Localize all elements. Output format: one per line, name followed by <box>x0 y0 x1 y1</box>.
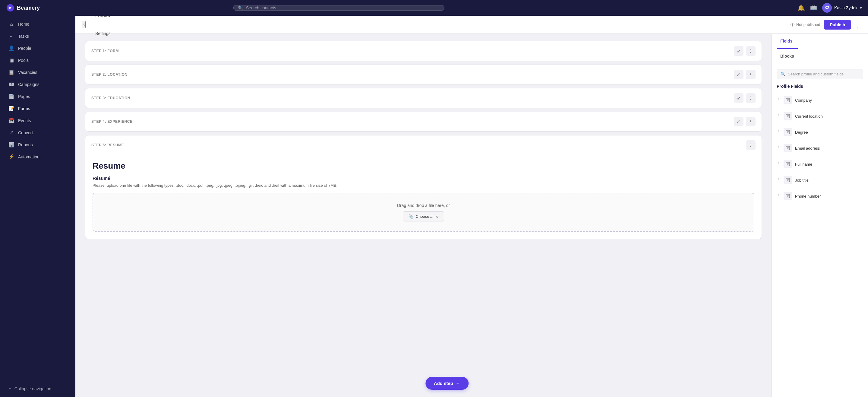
step-header-step4: STEP 4: EXPERIENCE ⤢ ⋮ <box>85 112 762 131</box>
field-item-full_name[interactable]: ⠿ Full name <box>777 156 863 172</box>
step-card-step4: STEP 4: EXPERIENCE ⤢ ⋮ <box>85 112 762 132</box>
sidebar-item-tasks[interactable]: ✓ Tasks <box>2 30 73 42</box>
resume-field-description: Please, upload one file with the followi… <box>93 182 754 189</box>
field-item-phone_number[interactable]: ⠿ Phone number <box>777 188 863 204</box>
field-item-current_location[interactable]: ⠿ Current location <box>777 108 863 124</box>
step-more-step3[interactable]: ⋮ <box>746 93 755 103</box>
sidebar-item-home[interactable]: ⌂ Home <box>2 19 73 30</box>
add-step-container: Add step ＋ <box>425 377 468 390</box>
step-more-step1[interactable]: ⋮ <box>746 46 755 56</box>
publish-button[interactable]: Publish <box>824 20 851 30</box>
right-panel-tabs: FieldsBlocks <box>772 34 868 64</box>
beamery-logo-icon <box>6 4 14 12</box>
field-type-icon-email_address <box>783 144 792 152</box>
sidebar-item-vacancies[interactable]: 📋 Vacancies <box>2 66 73 78</box>
sidebar-icon-people: 👤 <box>8 45 14 51</box>
choose-file-label: Choose a file <box>416 214 439 219</box>
choose-file-button[interactable]: 📎 Choose a file <box>403 211 444 221</box>
not-published-label: Not published <box>796 22 820 27</box>
collapse-navigation[interactable]: « Collapse navigation <box>2 384 73 394</box>
step-expand-step4[interactable]: ⤢ <box>734 117 743 126</box>
step-more-step5[interactable]: ⋮ <box>746 140 755 150</box>
drag-handle-company: ⠿ <box>778 98 781 103</box>
field-name-current_location: Current location <box>795 114 823 118</box>
tab-preview[interactable]: Preview <box>90 16 129 25</box>
field-item-email_address[interactable]: ⠿ Email address <box>777 140 863 156</box>
sidebar-icon-pools: ▣ <box>8 57 14 63</box>
sidebar-icon-reports: 📊 <box>8 142 14 147</box>
two-column-layout: STEP 1: FORM ⤢ ⋮ STEP 2: LOCATION ⤢ ⋮ ST… <box>75 34 868 397</box>
step-actions-step2: ⤢ ⋮ <box>734 70 755 79</box>
field-name-phone_number: Phone number <box>795 194 821 198</box>
chevron-down-icon: ▾ <box>860 5 862 10</box>
content-area: ‹ FormThank youPreviewSettingsCustomizat… <box>75 16 868 397</box>
step-expand-step1[interactable]: ⤢ <box>734 46 743 56</box>
more-options-button[interactable]: ⋮ <box>855 21 861 28</box>
file-drop-zone[interactable]: Drag and drop a file here, or 📎 Choose a… <box>93 193 754 232</box>
field-type-icon-current_location <box>783 112 792 120</box>
global-search[interactable]: 🔍 Search contacts <box>234 5 444 10</box>
sidebar-label-home: Home <box>18 22 29 27</box>
sidebar-item-forms[interactable]: 📝 Forms <box>2 103 73 114</box>
sidebar-label-pools: Pools <box>18 58 29 63</box>
user-name: Kasia Zydek <box>834 5 858 10</box>
step-header-step3: STEP 3: EDUCATION ⤢ ⋮ <box>85 88 762 108</box>
field-item-degree[interactable]: ⠿ Degree <box>777 124 863 140</box>
sidebar-items: ⌂ Home ✓ Tasks 👤 People ▣ Pools 📋 Vacanc… <box>0 18 75 163</box>
sidebar-label-events: Events <box>18 118 31 123</box>
step-header-step5: STEP 5: RESUME ⋮ <box>85 136 762 155</box>
step-label-step3: STEP 3: EDUCATION <box>91 96 130 100</box>
step-expand-step3[interactable]: ⤢ <box>734 93 743 103</box>
step-more-step2[interactable]: ⋮ <box>746 70 755 79</box>
step-expand-step2[interactable]: ⤢ <box>734 70 743 79</box>
add-step-button[interactable]: Add step ＋ <box>425 377 468 390</box>
sidebar-item-people[interactable]: 👤 People <box>2 42 73 54</box>
field-item-job_title[interactable]: ⠿ Job title <box>777 172 863 188</box>
sidebar-item-pools[interactable]: ▣ Pools <box>2 54 73 66</box>
step-header-step1: STEP 1: FORM ⤢ ⋮ <box>85 41 762 61</box>
info-icon: ⓘ <box>790 22 795 27</box>
back-button[interactable]: ‹ <box>83 21 86 28</box>
sidebar-label-tasks: Tasks <box>18 34 29 38</box>
resume-content: Resume Résumé Please, upload one file wi… <box>85 155 762 239</box>
sidebar-bottom: « Collapse navigation <box>0 383 75 395</box>
step-label-step5: STEP 5: RESUME <box>91 143 124 147</box>
sidebar-item-events[interactable]: 📅 Events <box>2 115 73 126</box>
sidebar-label-people: People <box>18 46 31 51</box>
field-item-company[interactable]: ⠿ Company <box>777 92 863 108</box>
sidebar-icon-events: 📅 <box>8 118 14 123</box>
step-more-step4[interactable]: ⋮ <box>746 117 755 126</box>
notifications-icon[interactable]: 🔔 <box>798 4 805 11</box>
sidebar-item-campaigns[interactable]: 📧 Campaigns <box>2 79 73 90</box>
resume-title: Resume <box>93 161 754 171</box>
step-card-step1: STEP 1: FORM ⤢ ⋮ <box>85 41 762 61</box>
step-label-step2: STEP 2: LOCATION <box>91 73 127 77</box>
sidebar-icon-vacancies: 📋 <box>8 69 14 75</box>
sidebar-label-convert: Convert <box>18 130 33 135</box>
sidebar-label-vacancies: Vacancies <box>18 70 37 75</box>
profile-fields-title: Profile Fields <box>777 84 863 89</box>
right-panel: FieldsBlocks 🔍 Search profile and custom… <box>772 34 868 397</box>
rp-tab-blocks[interactable]: Blocks <box>777 49 798 64</box>
drop-zone-text: Drag and drop a file here, or <box>397 203 450 208</box>
field-search[interactable]: 🔍 Search profile and custom fields <box>777 69 863 79</box>
sidebar-label-forms: Forms <box>18 106 30 111</box>
user-menu[interactable]: KZ Kasia Zydek ▾ <box>822 3 862 13</box>
sidebar-item-convert[interactable]: ↗ Convert <box>2 127 73 139</box>
field-name-full_name: Full name <box>795 162 812 167</box>
drag-handle-current_location: ⠿ <box>778 114 781 118</box>
rp-tab-fields[interactable]: Fields <box>777 34 798 49</box>
sidebar-item-automation[interactable]: ⚡ Automation <box>2 151 73 163</box>
field-type-icon-degree <box>783 128 792 136</box>
steps-container: STEP 1: FORM ⤢ ⋮ STEP 2: LOCATION ⤢ ⋮ ST… <box>85 41 762 239</box>
bookmark-icon[interactable]: 📖 <box>810 4 817 11</box>
logo[interactable]: Beamery <box>6 4 54 12</box>
search-icon: 🔍 <box>238 5 243 10</box>
field-name-email_address: Email address <box>795 146 820 150</box>
sub-header: ‹ FormThank youPreviewSettingsCustomizat… <box>75 16 868 34</box>
field-name-degree: Degree <box>795 130 808 135</box>
sidebar-item-pages[interactable]: 📄 Pages <box>2 90 73 102</box>
sidebar-label-campaigns: Campaigns <box>18 82 39 87</box>
sidebar: ⌂ Home ✓ Tasks 👤 People ▣ Pools 📋 Vacanc… <box>0 16 75 397</box>
sidebar-item-reports[interactable]: 📊 Reports <box>2 139 73 150</box>
